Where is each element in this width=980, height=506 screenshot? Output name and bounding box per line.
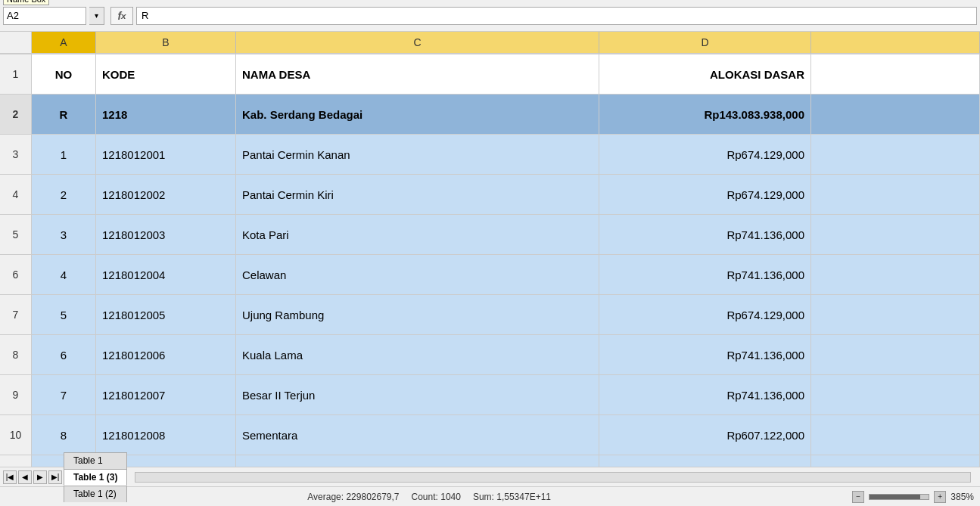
row-number: 11 xyxy=(0,455,32,467)
cell-empty xyxy=(811,335,980,374)
row-number: 10 xyxy=(0,415,32,455)
cell[interactable]: 1218012002 xyxy=(96,175,236,214)
cell[interactable]: Rp674.129,000 xyxy=(599,295,811,334)
cell[interactable]: 1218012004 xyxy=(96,255,236,294)
table-row: 971218012007Besar II TerjunRp741.136,000 xyxy=(0,375,980,415)
zoom-out-icon[interactable]: − xyxy=(852,491,864,503)
table-row: 1081218012008SementaraRp607.122,000 xyxy=(0,415,980,455)
cell[interactable]: 1 xyxy=(32,135,96,174)
cell-empty xyxy=(811,375,980,414)
cell[interactable]: 5 xyxy=(32,295,96,334)
zoom-level: 385% xyxy=(950,492,974,502)
cell[interactable]: Kab. Serdang Bedagai xyxy=(236,95,599,134)
cell[interactable]: 8 xyxy=(32,415,96,455)
col-header-A[interactable]: A xyxy=(32,32,96,54)
cell[interactable]: Rp674.129,000 xyxy=(599,175,811,214)
cell[interactable]: Rp607.122,000 xyxy=(599,415,811,455)
cell[interactable]: 1218012001 xyxy=(96,135,236,174)
zoom-bar-fill xyxy=(870,495,919,499)
name-box[interactable] xyxy=(3,7,86,25)
row-number: 1 xyxy=(0,54,32,94)
col-header-C[interactable]: C xyxy=(236,32,599,54)
cell[interactable]: Kuala Lama xyxy=(236,335,599,374)
cell[interactable]: 6 xyxy=(32,335,96,374)
cell[interactable]: Rp674.129,000 xyxy=(599,135,811,174)
status-center: Average: 229802679,7 Count: 1040 Sum: 1,… xyxy=(307,492,551,502)
cell[interactable]: R xyxy=(32,95,96,134)
row-number: 8 xyxy=(0,335,32,374)
table-row: 1191218012009Ara PayungRp607.122,000 xyxy=(0,455,980,467)
cell-empty xyxy=(811,95,980,134)
cell[interactable]: NO xyxy=(32,54,96,94)
name-box-container: Name Box xyxy=(3,7,86,25)
cell[interactable]: ALOKASI DASAR xyxy=(599,54,811,94)
name-box-dropdown[interactable]: ▾ xyxy=(89,7,104,25)
table-row: 751218012005Ujung RambungRp674.129,000 xyxy=(0,295,980,335)
tab-nav-prev[interactable]: ◀ xyxy=(18,470,32,484)
cell-empty xyxy=(811,135,980,174)
sheet-tabs-container: Table 1Table 1 (3)Table 1 (2) xyxy=(64,452,129,502)
cell-empty xyxy=(811,54,980,94)
sheet-tab[interactable]: Table 1 (3) xyxy=(64,469,127,486)
sheet-tab[interactable]: Table 1 (2) xyxy=(64,486,127,502)
cell[interactable]: Sementara xyxy=(236,415,599,455)
status-bar: Average: 229802679,7 Count: 1040 Sum: 1,… xyxy=(0,486,980,506)
cell[interactable]: 4 xyxy=(32,255,96,294)
row-number: 2 xyxy=(0,95,32,134)
cell[interactable]: KODE xyxy=(96,54,236,94)
table-row: 311218012001Pantai Cermin KananRp674.129… xyxy=(0,135,980,175)
row-number: 6 xyxy=(0,255,32,294)
tabs-bar: |◀ ◀ ▶ ▶| Table 1Table 1 (3)Table 1 (2) xyxy=(0,467,980,486)
status-average: Average: 229802679,7 xyxy=(307,492,399,502)
cell[interactable]: Ara Payung xyxy=(236,455,599,467)
cell[interactable]: Rp607.122,000 xyxy=(599,455,811,467)
cell[interactable]: Pantai Cermin Kiri xyxy=(236,175,599,214)
row-number: 9 xyxy=(0,375,32,414)
table-row: 1NOKODENAMA DESAALOKASI DASAR xyxy=(0,54,980,95)
horizontal-scrollbar[interactable] xyxy=(135,472,971,483)
zoom-in-icon[interactable]: + xyxy=(934,491,946,503)
cell[interactable]: 1218012005 xyxy=(96,295,236,334)
corner-header xyxy=(0,32,32,54)
cell[interactable]: Kota Pari xyxy=(236,215,599,254)
cell[interactable]: Rp741.136,000 xyxy=(599,375,811,414)
cell[interactable]: Rp143.083.938,000 xyxy=(599,95,811,134)
cell[interactable]: 3 xyxy=(32,215,96,254)
cell[interactable]: NAMA DESA xyxy=(236,54,599,94)
sheet-tab[interactable]: Table 1 xyxy=(64,452,127,469)
cell[interactable]: 1218012008 xyxy=(96,415,236,455)
tab-nav-last[interactable]: ▶| xyxy=(48,470,62,484)
row-number: 5 xyxy=(0,215,32,254)
name-box-tooltip: Name Box xyxy=(3,0,49,5)
cell[interactable]: Celawan xyxy=(236,255,599,294)
cell-empty xyxy=(811,295,980,334)
cell-empty xyxy=(811,455,980,467)
cell[interactable]: Rp741.136,000 xyxy=(599,255,811,294)
cell-empty xyxy=(811,175,980,214)
cell[interactable]: 1218012006 xyxy=(96,335,236,374)
cell[interactable]: Rp741.136,000 xyxy=(599,215,811,254)
cell[interactable]: 1218012007 xyxy=(96,375,236,414)
status-right: − + 385% xyxy=(852,491,974,503)
cell[interactable]: 1218 xyxy=(96,95,236,134)
row-number: 7 xyxy=(0,295,32,334)
cell[interactable]: Rp741.136,000 xyxy=(599,335,811,374)
formula-input[interactable] xyxy=(136,7,977,25)
col-header-B[interactable]: B xyxy=(96,32,236,54)
tab-nav-next[interactable]: ▶ xyxy=(33,470,47,484)
col-header-D[interactable]: D xyxy=(599,32,811,54)
tab-nav-first[interactable]: |◀ xyxy=(3,470,17,484)
zoom-bar[interactable] xyxy=(869,494,929,500)
cell[interactable]: Pantai Cermin Kanan xyxy=(236,135,599,174)
cell[interactable]: Ujung Rambung xyxy=(236,295,599,334)
cell[interactable]: 2 xyxy=(32,175,96,214)
table-row: 531218012003Kota PariRp741.136,000 xyxy=(0,215,980,255)
cell[interactable]: 7 xyxy=(32,375,96,414)
cell-empty xyxy=(811,215,980,254)
cell[interactable]: 1218012003 xyxy=(96,215,236,254)
col-header-E[interactable] xyxy=(811,32,980,54)
column-headers: A B C D xyxy=(0,32,980,54)
cell[interactable]: Besar II Terjun xyxy=(236,375,599,414)
status-sum: Sum: 1,55347E+11 xyxy=(473,492,551,502)
row-number: 4 xyxy=(0,175,32,214)
